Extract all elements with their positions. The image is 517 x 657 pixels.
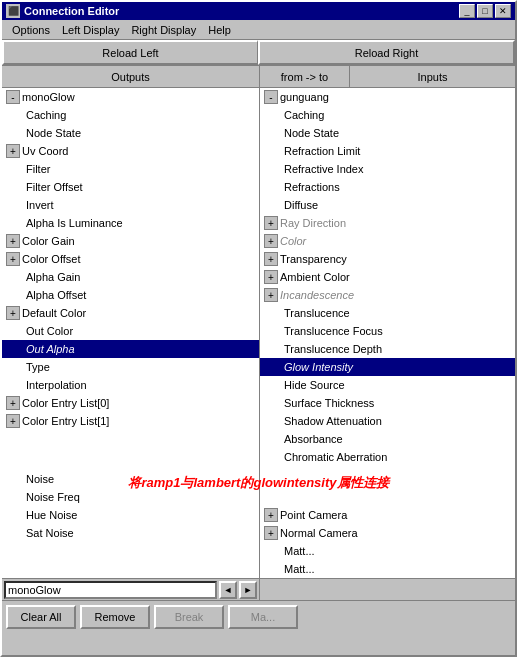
left-item-label: Alpha Offset [26, 289, 86, 301]
list-item[interactable]: + Ray Direction [260, 214, 515, 232]
list-item[interactable]: Translucence [260, 304, 515, 322]
right-item-label: Refraction Limit [284, 145, 360, 157]
right-item-label: Transparency [280, 253, 347, 265]
list-item[interactable]: Caching [260, 106, 515, 124]
list-item[interactable]: + Color Entry List[0] [2, 394, 259, 412]
list-item[interactable]: Node State [260, 124, 515, 142]
reload-left-button[interactable]: Reload Left [2, 40, 258, 65]
list-item[interactable]: Refractions [260, 178, 515, 196]
list-item[interactable]: Alpha Is Luminance [2, 214, 259, 232]
list-item[interactable]: Type [2, 358, 259, 376]
break-button[interactable]: Break [154, 605, 224, 629]
list-item[interactable]: - monoGlow [2, 88, 259, 106]
menu-options[interactable]: Options [6, 22, 56, 38]
expand-icon[interactable]: + [6, 306, 20, 320]
right-list[interactable]: - gunguang Caching Node State Refraction… [260, 88, 515, 578]
list-item[interactable]: Surface Thickness [260, 394, 515, 412]
list-item[interactable]: Chromatic Aberration [260, 448, 515, 466]
minimize-button[interactable]: _ [459, 4, 475, 18]
list-item[interactable]: Out Color [2, 322, 259, 340]
list-item[interactable]: Matt... [260, 560, 515, 578]
list-item[interactable]: Absorbance [260, 430, 515, 448]
list-item[interactable]: Translucence Depth [260, 340, 515, 358]
expand-icon[interactable]: + [264, 216, 278, 230]
right-item-label: Color [280, 235, 306, 247]
connection-editor-window: ⬛ Connection Editor _ □ ✕ Options Left D… [0, 0, 517, 657]
list-item[interactable]: + Uv Coord [2, 142, 259, 160]
list-item[interactable]: Alpha Gain [2, 268, 259, 286]
expand-icon[interactable]: + [6, 144, 20, 158]
left-item-label: Color Entry List[0] [22, 397, 109, 409]
clear-all-button[interactable]: Clear All [6, 605, 76, 629]
list-item[interactable]: + Ambient Color [260, 268, 515, 286]
menu-help[interactable]: Help [202, 22, 237, 38]
left-item-label: Alpha Is Luminance [26, 217, 123, 229]
make-button[interactable]: Ma... [228, 605, 298, 629]
list-item[interactable]: Noise Freq [2, 488, 259, 506]
list-item[interactable]: + Default Color [2, 304, 259, 322]
menu-right-display[interactable]: Right Display [125, 22, 202, 38]
list-item[interactable]: Caching [2, 106, 259, 124]
list-item[interactable]: Filter Offset [2, 178, 259, 196]
expand-icon[interactable]: + [264, 508, 278, 522]
list-item[interactable]: + Color Offset [2, 250, 259, 268]
list-item[interactable]: + Color Entry List[1] [2, 412, 259, 430]
list-item[interactable]: Noise [2, 470, 259, 488]
list-item[interactable]: + Incandescence [260, 286, 515, 304]
inputs-header: Inputs [350, 66, 515, 87]
list-item[interactable]: - gunguang [260, 88, 515, 106]
expand-icon[interactable]: + [264, 288, 278, 302]
list-item-selected[interactable]: Glow Intensity [260, 358, 515, 376]
expand-icon[interactable]: + [264, 234, 278, 248]
left-item-label: Out Color [26, 325, 73, 337]
left-item-label: Default Color [22, 307, 86, 319]
remove-button[interactable]: Remove [80, 605, 150, 629]
left-nav-next[interactable]: ► [239, 581, 257, 599]
list-item[interactable]: Hue Noise [2, 506, 259, 524]
expand-icon[interactable]: + [264, 526, 278, 540]
right-item-label: Incandescence [280, 289, 354, 301]
menu-left-display[interactable]: Left Display [56, 22, 125, 38]
list-item[interactable]: Sat Noise [2, 524, 259, 542]
list-item[interactable]: Alpha Offset [2, 286, 259, 304]
list-item[interactable]: Matt... [260, 542, 515, 560]
list-item[interactable]: Translucence Focus [260, 322, 515, 340]
column-headers: Outputs from -> to Inputs [2, 66, 515, 88]
expand-icon[interactable]: + [6, 396, 20, 410]
left-list[interactable]: - monoGlow Caching Node State + Uv Coord [2, 88, 259, 578]
menu-bar: Options Left Display Right Display Help [2, 20, 515, 40]
list-item[interactable]: Invert [2, 196, 259, 214]
list-item[interactable]: Diffuse [260, 196, 515, 214]
left-nav-input[interactable] [4, 581, 217, 599]
reload-right-button[interactable]: Reload Right [258, 40, 515, 65]
list-item[interactable]: + Transparency [260, 250, 515, 268]
list-item[interactable]: Filter [2, 160, 259, 178]
close-button[interactable]: ✕ [495, 4, 511, 18]
list-item-selected[interactable]: Out Alpha [2, 340, 259, 358]
list-item[interactable]: Refractive Index [260, 160, 515, 178]
list-item[interactable]: + Color Gain [2, 232, 259, 250]
left-item-label: Color Entry List[1] [22, 415, 109, 427]
left-nav-prev[interactable]: ◄ [219, 581, 237, 599]
expand-icon[interactable]: + [264, 252, 278, 266]
list-item[interactable]: + Normal Camera [260, 524, 515, 542]
list-item[interactable]: Hide Source [260, 376, 515, 394]
right-item-label: Translucence Depth [284, 343, 382, 355]
list-item[interactable]: Node State [2, 124, 259, 142]
left-item-label: Interpolation [26, 379, 87, 391]
list-item[interactable]: Refraction Limit [260, 142, 515, 160]
expand-icon[interactable]: + [6, 234, 20, 248]
list-item[interactable]: Interpolation [2, 376, 259, 394]
list-item[interactable]: Shadow Attenuation [260, 412, 515, 430]
collapse-icon[interactable]: - [6, 90, 20, 104]
collapse-icon[interactable]: - [264, 90, 278, 104]
left-item-label: Color Offset [22, 253, 81, 265]
expand-icon[interactable]: + [264, 270, 278, 284]
expand-icon[interactable]: + [6, 414, 20, 428]
right-item-label: Ray Direction [280, 217, 346, 229]
expand-icon[interactable]: + [6, 252, 20, 266]
list-item[interactable]: + Color [260, 232, 515, 250]
maximize-button[interactable]: □ [477, 4, 493, 18]
list-item[interactable]: + Point Camera [260, 506, 515, 524]
outputs-header: Outputs [2, 66, 260, 87]
